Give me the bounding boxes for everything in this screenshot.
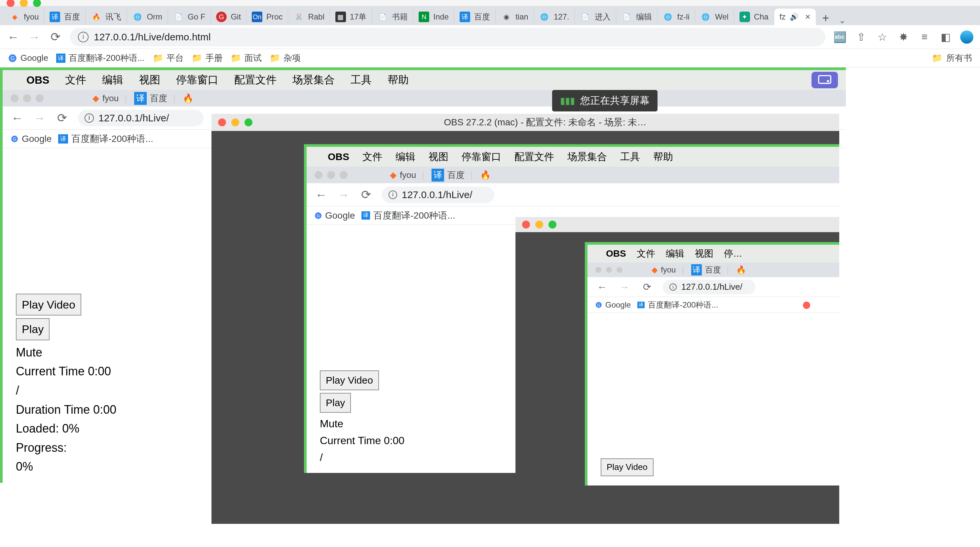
bookmark-google[interactable]: GGoogle <box>8 53 48 63</box>
inner-tab-baidu[interactable]: 译百度| <box>134 92 178 105</box>
minimize-dot[interactable] <box>535 220 543 228</box>
play-video-button[interactable]: Play Video <box>16 293 81 316</box>
menu-scene[interactable]: 场景集合 <box>293 73 335 87</box>
bookmark-google[interactable]: GGoogle <box>11 134 51 144</box>
menu-profile[interactable]: 配置文件 <box>234 73 277 87</box>
inner-tab-fire[interactable]: 🔥 <box>736 265 746 274</box>
tab-fz-active[interactable]: fz 🔊 × <box>774 9 816 25</box>
menu-scene[interactable]: 场景集合 <box>567 150 607 164</box>
tab-gitlab[interactable]: ◆fyou <box>4 9 44 25</box>
obs-window-l3[interactable]: OBS 文件 编辑 视图 停… ◆fyou| <box>515 217 839 524</box>
bookmark-baidu[interactable]: 译百度翻译-200种语... <box>58 132 153 145</box>
tab-baidu2[interactable]: 译百度 <box>454 9 496 25</box>
close-dot[interactable] <box>218 118 226 126</box>
menu-view[interactable]: 视图 <box>695 247 713 260</box>
reload-button[interactable]: ⟳ <box>640 281 654 293</box>
site-info-icon[interactable]: i <box>78 32 89 42</box>
menu-edit[interactable]: 编辑 <box>666 247 684 260</box>
obs-titlebar-l2[interactable]: OBS 27.2.2 (mac) - 配置文件: 未命名 - 场景: 未… <box>212 114 839 131</box>
site-info-icon[interactable]: i <box>84 113 94 123</box>
tab-127[interactable]: 🌐127. <box>534 9 575 25</box>
inner-tab-baidu[interactable]: 译百度| <box>431 169 476 182</box>
bookmark-baidu[interactable]: 译百度翻译-200种语... <box>361 209 455 222</box>
maximize-dot[interactable] <box>549 220 557 228</box>
tab-git[interactable]: GGit <box>211 9 247 25</box>
tab-nginx[interactable]: NInde <box>414 9 454 25</box>
address-bar[interactable]: i 127.0.0.1/hLive/demo.html <box>70 28 826 46</box>
play-button[interactable]: Play <box>16 318 49 340</box>
tab-baidu[interactable]: 译百度 <box>44 9 86 25</box>
tab-books[interactable]: 📄书籍 <box>372 9 414 25</box>
maximize-dot[interactable] <box>245 118 253 126</box>
tabs-overflow-button[interactable]: ⌄ <box>835 16 849 25</box>
menu-dock[interactable]: 停靠窗口 <box>461 150 501 164</box>
tab-tian[interactable]: ◉tian <box>496 9 534 25</box>
bookmark-folder-manual[interactable]: 📁手册 <box>192 52 223 64</box>
menu-file[interactable]: 文件 <box>363 150 382 164</box>
tab-edit[interactable]: 📄编辑 <box>616 9 657 25</box>
side-panel-icon[interactable]: ◧ <box>939 30 952 44</box>
tab-xunfei[interactable]: 🔥讯飞 <box>86 9 127 25</box>
bookmark-folder-misc[interactable]: 📁杂项 <box>270 52 301 64</box>
inner-address-bar[interactable]: i 127.0.0.1/hLive/ <box>78 110 204 126</box>
bookmark-baidu[interactable]: 译百度翻译-200种语... <box>56 52 145 64</box>
menu-edit[interactable]: 编辑 <box>396 150 415 164</box>
reload-button[interactable]: ⟳ <box>56 112 69 125</box>
bookmark-folder-interview[interactable]: 📁面试 <box>231 52 262 64</box>
reload-button[interactable]: ⟳ <box>360 188 373 201</box>
inner-tab-gitlab[interactable]: ◆fyou| <box>92 93 129 104</box>
minimize-dot[interactable] <box>20 0 28 7</box>
menu-file[interactable]: 文件 <box>637 247 655 260</box>
forward-button[interactable]: → <box>28 30 41 44</box>
menu-dock[interactable]: 停… <box>724 247 743 260</box>
tab-enter[interactable]: 📄进入 <box>575 9 616 25</box>
obs-app-name[interactable]: OBS <box>606 248 626 259</box>
menu-tools[interactable]: 工具 <box>350 73 372 87</box>
menu-tools[interactable]: 工具 <box>620 150 640 164</box>
profile-avatar[interactable] <box>960 30 974 44</box>
menu-view[interactable]: 视图 <box>428 150 449 164</box>
share-icon[interactable]: ⇧ <box>854 30 868 44</box>
back-button[interactable]: ← <box>315 188 328 201</box>
reading-list-icon[interactable]: ≡ <box>918 30 931 44</box>
tab-proc[interactable]: OnProc <box>247 9 288 25</box>
bookmark-star-icon[interactable]: ☆ <box>876 30 889 44</box>
bookmark-baidu[interactable]: 译百度翻译-200种语... <box>637 300 718 310</box>
cast-button[interactable] <box>811 72 838 88</box>
inner-tab-fire[interactable]: 🔥 <box>183 93 193 104</box>
menu-help[interactable]: 帮助 <box>388 73 409 87</box>
menu-edit[interactable]: 编辑 <box>102 73 123 87</box>
bookmark-google[interactable]: GGoogle <box>315 211 355 221</box>
close-icon[interactable]: × <box>805 11 810 22</box>
back-button[interactable]: ← <box>595 281 609 293</box>
minimize-dot[interactable] <box>231 118 239 126</box>
tab-cha[interactable]: ✦Cha <box>734 9 774 25</box>
obs-titlebar-l3[interactable] <box>515 217 839 232</box>
menu-file[interactable]: 文件 <box>65 73 86 87</box>
reload-button[interactable]: ⟳ <box>49 30 62 44</box>
close-dot[interactable] <box>803 301 810 309</box>
menu-help[interactable]: 帮助 <box>653 150 673 164</box>
play-video-button[interactable]: Play Video <box>320 370 379 390</box>
forward-button[interactable]: → <box>618 281 631 293</box>
play-video-button[interactable]: Play Video <box>601 458 654 476</box>
extensions-icon[interactable]: ✸ <box>897 30 910 44</box>
tab-rabbit[interactable]: 🐰Rabl <box>288 9 330 25</box>
close-dot[interactable] <box>522 220 530 228</box>
site-info-icon[interactable]: i <box>670 284 677 291</box>
bookmarks-overflow[interactable]: 📁所有书 <box>932 52 972 64</box>
translate-icon[interactable]: 🔤 <box>833 30 846 44</box>
obs-window-l2[interactable]: OBS 27.2.2 (mac) - 配置文件: 未命名 - 场景: 未… OB… <box>212 114 839 524</box>
inner-address-bar[interactable]: i127.0.0.1/hLive/ <box>663 280 755 294</box>
menu-dock[interactable]: 停靠窗口 <box>176 73 218 87</box>
new-tab-button[interactable]: + <box>816 11 835 25</box>
close-dot[interactable] <box>6 0 14 7</box>
tab-wel[interactable]: 🌐Wel <box>695 9 734 25</box>
menu-view[interactable]: 视图 <box>139 73 160 87</box>
site-info-icon[interactable]: i <box>388 190 397 199</box>
tab-orm[interactable]: 🌐Orm <box>127 9 168 25</box>
tab-gof[interactable]: 📄Go F <box>168 9 211 25</box>
tab-fzli[interactable]: 🌐fz-li <box>657 9 695 25</box>
screen-share-toast[interactable]: ▮▮▮ 您正在共享屏幕 <box>552 90 657 112</box>
tab-17[interactable]: ▦17单 <box>330 9 372 25</box>
